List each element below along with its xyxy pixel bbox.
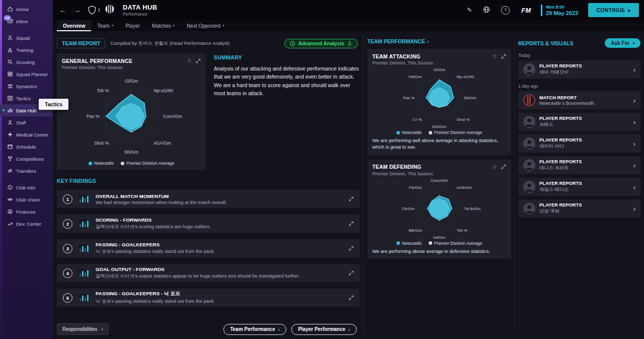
expand-icon[interactable] (349, 295, 354, 300)
column-divider (363, 36, 364, 334)
legend-item: Premier Division Average (429, 241, 482, 246)
player-report-card[interactable]: PLAYER REPORTS리암 쿠퍼› (518, 199, 640, 218)
sidebar-item-schedule[interactable]: Schedule (0, 141, 53, 153)
reports-list: TodayPLAYER REPORTS새미 아메오비›1 day agoMATC… (518, 53, 640, 218)
expand-icon[interactable] (196, 58, 201, 63)
summary-text: Analysis of our attacking and defensive … (214, 64, 360, 97)
expand-icon[interactable] (501, 164, 506, 169)
sidebar-item-club-vision[interactable]: Club Vision (0, 193, 53, 206)
player-performance-button[interactable]: Player Performance › (291, 324, 357, 335)
edit-pencil-icon[interactable]: ✎ (467, 7, 472, 14)
team-performance-heading[interactable]: TEAM PERFORMANCE › (367, 38, 511, 44)
sidebar-item-dynamics[interactable]: Dynamics (0, 80, 53, 92)
sidebar-item-training[interactable]: Training (0, 44, 53, 56)
tab-player[interactable]: Player (119, 20, 145, 31)
player-report-card[interactable]: PLAYER REPORTS제임스 매디슨› (518, 178, 640, 196)
legend-label: Premier Division Average (434, 130, 482, 135)
ask-for-button[interactable]: Ask For ▾ (605, 38, 640, 48)
sidebar-item-club-info[interactable]: Club Info (0, 181, 53, 193)
expand-icon[interactable] (349, 221, 354, 226)
sidebar-item-label: Inbox (16, 19, 28, 24)
expand-icon[interactable] (501, 54, 506, 59)
club-crest-selector[interactable]: ▲▼ (88, 6, 101, 15)
favourite-star-icon[interactable]: ☆ (492, 53, 497, 59)
finances-icon (7, 209, 13, 215)
sidebar-item-transfers[interactable]: Transfers (0, 165, 53, 177)
team-performance-button[interactable]: Team Performance › (223, 324, 286, 335)
key-finding-row[interactable]: 2SCORING - FORWARDS알렉산데르 이사크's scoring s… (57, 215, 360, 233)
key-finding-row[interactable]: 4GOAL OUTPUT - FORWARDS알렉산데르 이사크's outpu… (57, 264, 360, 282)
tab-team[interactable]: Team▾ (91, 20, 119, 31)
sidebar-item-label: Scouting (16, 59, 35, 65)
sidebar-item-inbox[interactable]: Inbox10 (0, 15, 53, 27)
finding-number: 4 (63, 268, 72, 278)
svg-text:Sh/Gm: Sh/Gm (124, 150, 138, 155)
sidebar-item-squad-planner[interactable]: Squad Planner (0, 68, 53, 80)
favourite-star-icon[interactable]: ☆ (492, 164, 497, 170)
card-title: TEAM DEFENDING (372, 164, 492, 170)
svg-text:Np-xG/90: Np-xG/90 (154, 88, 174, 93)
legend-item: Newcastle (396, 241, 422, 246)
match-report-card[interactable]: MATCH REPORTNewcastle v Bournemouth› (518, 91, 640, 109)
ask-for-label: Ask For (611, 40, 629, 46)
player-performance-button-label: Player Performance (298, 326, 345, 332)
player-report-card[interactable]: PLAYER REPORTS데니스 프라트› (518, 156, 640, 174)
chevron-right-icon: › (633, 140, 635, 148)
tab-label: Overview (63, 23, 85, 29)
player-report-card[interactable]: PLAYER REPORTS새미 아메오비› (518, 60, 640, 79)
expand-icon[interactable] (349, 196, 354, 201)
svg-text:Shot %: Shot % (94, 141, 109, 146)
sidebar-item-dev-center[interactable]: Dev. Center (0, 218, 53, 230)
sidebar-item-squad[interactable]: Squad (0, 32, 53, 44)
key-finding-row[interactable]: 3PASSING - GOALKEEPERS닉 포프's passing sta… (57, 239, 360, 257)
continue-button[interactable]: CONTINUE ▸ (588, 3, 639, 17)
player-avatar (523, 181, 535, 193)
help-icon[interactable]: ? (501, 6, 510, 15)
tab-matches[interactable]: Matches▾ (146, 20, 181, 31)
page-title: DATA HUB (123, 4, 157, 11)
player-avatar (523, 116, 535, 128)
report-text: PLAYER REPORTS데니스 프라트 (539, 159, 582, 171)
report-subject: 리암 쿠퍼 (539, 208, 582, 215)
svg-text:Tck %: Tck % (97, 88, 109, 93)
staff-icon (7, 119, 13, 125)
report-title: PLAYER REPORTS (539, 202, 582, 208)
responsibilities-button[interactable]: Responsibilities ▾ (57, 323, 109, 335)
tab-overview[interactable]: Overview (57, 20, 91, 31)
chart-legend: NewcastlePremier Division Average (62, 161, 201, 166)
sidebar-item-staff[interactable]: Staff (0, 116, 53, 128)
svg-text:Fls/Gm: Fls/Gm (409, 185, 422, 190)
player-report-card[interactable]: PLAYER REPORTS제이미 바디› (518, 134, 640, 153)
sidebar-item-finances[interactable]: Finances (0, 206, 53, 218)
tab-next-opponent[interactable]: Next Opponent▾ (181, 20, 230, 31)
back-button[interactable]: ← (58, 6, 68, 14)
globe-icon[interactable] (483, 6, 490, 15)
report-text: MATCH REPORTNewcastle v Bournemouth (539, 95, 594, 106)
favourite-star-icon[interactable]: ☆ (187, 57, 192, 64)
sidebar-item-medical-center[interactable]: Medical Center (0, 128, 53, 141)
expand-icon[interactable] (349, 270, 354, 276)
forward-button[interactable]: → (72, 6, 82, 14)
advanced-analysis-button[interactable]: Advanced Analysis (284, 39, 358, 48)
player-report-card[interactable]: PLAYER REPORTS프레드› (518, 113, 640, 131)
sidebar-item-home[interactable]: Home (0, 3, 53, 15)
key-finding-row[interactable]: 1OVERALL MATCH MOMENTUMWe had stronger m… (57, 190, 360, 208)
analysis-check-icon (290, 41, 295, 46)
report-subject: Newcastle v Bournemouth (539, 101, 594, 106)
team-report-selector[interactable]: TEAM REPORT (57, 38, 105, 48)
time-label: 1 day ago (518, 84, 640, 89)
sidebar-item-scouting[interactable]: Scouting (0, 56, 53, 68)
expand-icon[interactable] (349, 246, 354, 251)
team-defending-radar-chart: Conc/GmxGA/GmTkl A/GmTck %Int/GmBlk/GmCl… (373, 177, 506, 240)
card-subtitle: Premier Division, This Season (372, 60, 506, 65)
legend-item: Newcastle (396, 130, 422, 135)
club-vision-icon (7, 196, 13, 202)
player-avatar (523, 202, 535, 215)
flask-icon (347, 41, 352, 46)
sidebar-item-competitions[interactable]: Competitions (0, 153, 53, 165)
training-icon (7, 47, 13, 53)
sidebar-item-label: Home (16, 7, 29, 12)
svg-text:Gl/Gm: Gl/Gm (125, 79, 138, 84)
key-finding-row[interactable]: 5PASSING - GOALKEEPERS - 닉 포프닉 포프's pass… (57, 289, 360, 307)
key-findings-heading: KEY FINDINGS (57, 178, 360, 184)
